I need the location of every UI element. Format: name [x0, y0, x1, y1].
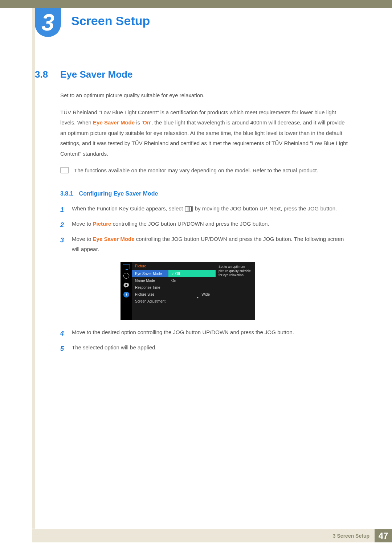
- osd-item-screen-adjustment: Screen Adjustment: [132, 298, 168, 305]
- osd-item-response-time: Response Time: [132, 284, 168, 291]
- osd-main: Picture Eye Saver Mode Game Mode Respons…: [132, 262, 255, 320]
- subsection-number: 3.8.1: [60, 190, 73, 197]
- term-picture: Picture: [93, 221, 111, 227]
- osd-value-column: Off On Wide ▸: [168, 262, 216, 320]
- step2-part-a: Move to: [72, 221, 93, 227]
- step-3-text: Move to Eye Saver Mode controlling the J…: [72, 234, 351, 255]
- monitor-icon: [123, 264, 130, 269]
- osd-value-header-spacer: [168, 262, 216, 270]
- input-icon: [123, 273, 129, 279]
- step-4: 4 Move to the desired option controlling…: [60, 327, 351, 340]
- osd-header: Picture: [132, 262, 168, 270]
- osd-screenshot: i Picture Eye Saver Mode Game Mode Respo…: [121, 262, 351, 320]
- step-2-text: Move to Picture controlling the JOG butt…: [72, 219, 269, 229]
- chapter-tab: 3: [35, 8, 61, 37]
- section-heading: 3.8 Eye Saver Mode: [35, 69, 351, 80]
- osd-item-picture-size-label: Picture Size: [135, 292, 154, 296]
- step-5-text: The selected option will be applied.: [72, 342, 156, 353]
- step-4-number: 4: [60, 327, 65, 340]
- gear-icon: [123, 282, 129, 288]
- step-1-number: 1: [60, 204, 65, 216]
- step-5-number: 5: [60, 342, 65, 355]
- step1-part-a: When the Function Key Guide appears, sel…: [72, 205, 186, 212]
- osd-value-blank1: [168, 284, 216, 291]
- footer-breadcrumb: 3 Screen Setup: [32, 529, 375, 542]
- page-footer: 3 Screen Setup 47: [32, 529, 392, 542]
- step2-part-b: controlling the JOG button UP/DOWN and p…: [111, 221, 269, 227]
- step-5: 5 The selected option will be applied.: [60, 342, 351, 355]
- step-3: 3 Move to Eye Saver Mode controlling the…: [60, 234, 351, 255]
- term-on: On: [143, 119, 150, 126]
- osd-menu-column: Picture Eye Saver Mode Game Mode Respons…: [132, 262, 168, 320]
- osd-item-screen-adjustment-label: Screen Adjustment: [135, 299, 166, 303]
- step-1-text: When the Function Key Guide appears, sel…: [72, 204, 337, 214]
- osd-tip-column: Set to an optimum picture quality suitab…: [216, 262, 255, 320]
- left-margin-bar: [32, 8, 35, 529]
- term-eye-saver-mode: Eye Saver Mode: [93, 119, 135, 126]
- section-title: Eye Saver Mode: [60, 69, 132, 80]
- chapter-title: Screen Setup: [71, 14, 150, 28]
- osd-sidebar: i: [121, 262, 132, 320]
- osd-value-on: On: [168, 277, 216, 284]
- step-1: 1 When the Function Key Guide appears, s…: [60, 204, 351, 216]
- note-icon: [60, 167, 69, 173]
- step3-part-a: Move to: [72, 236, 93, 242]
- note-callout: The functions available on the monitor m…: [60, 165, 351, 176]
- osd-item-game-mode: Game Mode: [132, 277, 168, 284]
- menu-icon: [186, 206, 192, 212]
- osd-panel: i Picture Eye Saver Mode Game Mode Respo…: [121, 262, 255, 320]
- step1-part-b: ] by moving the JOG button UP. Next, pre…: [192, 205, 337, 212]
- osd-value-wide: Wide: [168, 291, 216, 294]
- osd-tip-text: Set to an optimum picture quality suitab…: [219, 265, 252, 278]
- chapter-number: 3: [41, 9, 54, 36]
- page-content: 3.8 Eye Saver Mode Set to an optimum pic…: [35, 69, 351, 358]
- intro-paragraph-1: Set to an optimum picture quality suitab…: [60, 90, 351, 101]
- intro-paragraph-2: TÜV Rheinland "Low Blue Light Content" i…: [60, 107, 351, 159]
- step-4-text: Move to the desired option controlling t…: [72, 327, 294, 338]
- info-icon: i: [123, 292, 129, 297]
- step-2: 2 Move to Picture controlling the JOG bu…: [60, 219, 351, 231]
- term-eye-saver-mode-step: Eye Saver Mode: [93, 236, 135, 242]
- step-3-number: 3: [60, 234, 65, 246]
- step-2-number: 2: [60, 219, 65, 231]
- section-number: 3.8: [35, 69, 53, 80]
- osd-value-wide-text: Wide: [201, 292, 210, 296]
- page-number: 47: [375, 529, 392, 542]
- subsection-title: Configuring Eye Saver Mode: [79, 190, 158, 197]
- osd-value-off: Off: [168, 270, 216, 277]
- note-text: The functions available on the monitor m…: [74, 165, 318, 176]
- osd-item-eye-saver: Eye Saver Mode: [132, 270, 168, 277]
- chevron-right-icon: ▸: [197, 295, 199, 299]
- top-color-bar: [0, 0, 392, 8]
- intro2-part-b: is ': [135, 119, 143, 126]
- subsection-heading: 3.8.1 Configuring Eye Saver Mode: [60, 190, 351, 197]
- osd-item-picture-size: Picture Size: [132, 291, 168, 298]
